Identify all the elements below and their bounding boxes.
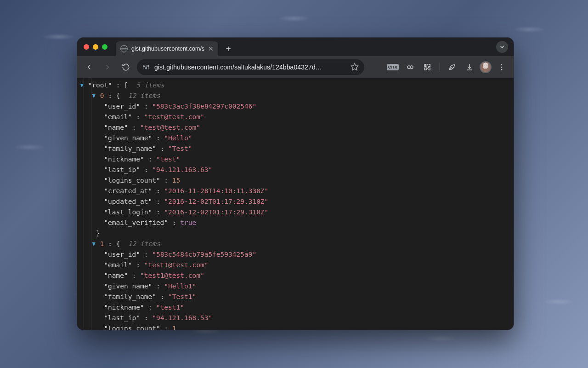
browser-tab[interactable]: gist.githubusercontent.com/s ✕ (116, 41, 218, 56)
json-field[interactable]: "name" : "test@test.com" (80, 122, 514, 133)
toolbar-divider (440, 63, 440, 72)
kebab-menu-icon[interactable] (494, 60, 509, 75)
minimize-window-button[interactable] (93, 44, 98, 50)
json-field[interactable]: "given_name" : "Hello" (80, 133, 514, 144)
svg-point-5 (147, 65, 149, 67)
window-controls (84, 44, 107, 50)
extension-crx-icon[interactable]: CRX (385, 60, 400, 75)
json-field[interactable]: "last_ip" : "94.121.168.53" (80, 313, 514, 323)
site-settings-icon[interactable] (142, 63, 150, 71)
json-field[interactable]: "updated_at" : "2016-12-02T01:17:29.310Z… (80, 196, 514, 207)
json-object-header[interactable]: ▼ 0 : { 12 items (80, 91, 514, 101)
json-root[interactable]: ▼ "root" : [ 5 items (80, 80, 514, 91)
svg-point-4 (146, 68, 147, 69)
svg-marker-6 (351, 63, 358, 70)
bookmark-star-icon[interactable] (351, 63, 359, 72)
expand-caret-icon[interactable]: ▼ (92, 91, 96, 101)
json-field[interactable]: "email_verified" : true (80, 218, 514, 228)
expand-caret-icon[interactable]: ▼ (92, 239, 96, 249)
tab-title: gist.githubusercontent.com/s (131, 46, 204, 52)
extension-link-icon[interactable] (403, 60, 418, 75)
json-field[interactable]: "user_id" : "583c3ac3f38e84297c002546" (80, 101, 514, 112)
downloads-icon[interactable] (462, 60, 477, 75)
json-field[interactable]: "family_name" : "Test" (80, 144, 514, 154)
expand-caret-icon[interactable]: ▼ (80, 80, 84, 91)
profile-avatar[interactable] (480, 61, 492, 73)
svg-point-12 (501, 69, 503, 70)
tab-strip: gist.githubusercontent.com/s ✕ ＋ (77, 38, 514, 56)
json-field[interactable]: "logins_count" : 15 (80, 175, 514, 186)
close-tab-button[interactable]: ✕ (208, 45, 214, 52)
address-bar[interactable]: gist.githubusercontent.com/saltukalakus/… (137, 59, 364, 75)
browser-toolbar: gist.githubusercontent.com/saltukalakus/… (77, 56, 514, 78)
json-field[interactable]: "user_id" : "583c5484cb79a5fe593425a9" (80, 249, 514, 260)
extensions-puzzle-icon[interactable] (420, 60, 435, 75)
svg-point-3 (143, 66, 145, 67)
tab-search-button[interactable] (496, 41, 508, 53)
back-button[interactable] (82, 60, 96, 75)
globe-icon (120, 45, 128, 52)
url-text: gist.githubusercontent.com/saltukalakus/… (154, 63, 346, 71)
reload-button[interactable] (119, 60, 133, 75)
json-field[interactable]: "given_name" : "Hello1" (80, 281, 514, 292)
json-field[interactable]: "family_name" : "Test1" (80, 292, 514, 302)
json-field[interactable]: "nickname" : "test" (80, 154, 514, 165)
leaf-icon[interactable] (445, 60, 459, 75)
maximize-window-button[interactable] (102, 44, 107, 50)
json-object-header[interactable]: ▼ 1 : { 12 items (80, 239, 514, 249)
json-field[interactable]: "created_at" : "2016-11-28T14:10:11.338Z… (80, 186, 514, 196)
json-field[interactable]: "email" : "test@test.com" (80, 112, 514, 122)
new-tab-button[interactable]: ＋ (222, 42, 235, 55)
svg-point-11 (501, 67, 503, 68)
json-field[interactable]: "email" : "test1@test.com" (80, 260, 514, 270)
json-field[interactable]: "name" : "test1@test.com" (80, 270, 514, 281)
svg-point-10 (501, 64, 503, 65)
forward-button[interactable] (100, 60, 115, 75)
svg-point-8 (410, 66, 413, 69)
json-field[interactable]: "nickname" : "test1" (80, 302, 514, 313)
close-window-button[interactable] (84, 44, 89, 50)
browser-window: gist.githubusercontent.com/s ✕ ＋ gist.gi… (77, 38, 514, 330)
svg-point-7 (407, 66, 410, 69)
json-field[interactable]: "last_login" : "2016-12-02T01:17:29.310Z… (80, 207, 514, 218)
json-viewer-content[interactable]: ▼ "root" : [ 5 items ▼ 0 : { 12 items "u… (77, 78, 514, 330)
json-object-close[interactable]: } (80, 228, 514, 239)
json-field[interactable]: "last_ip" : "94.121.163.63" (80, 165, 514, 175)
json-field[interactable]: "logins_count" : 1 (80, 323, 514, 330)
